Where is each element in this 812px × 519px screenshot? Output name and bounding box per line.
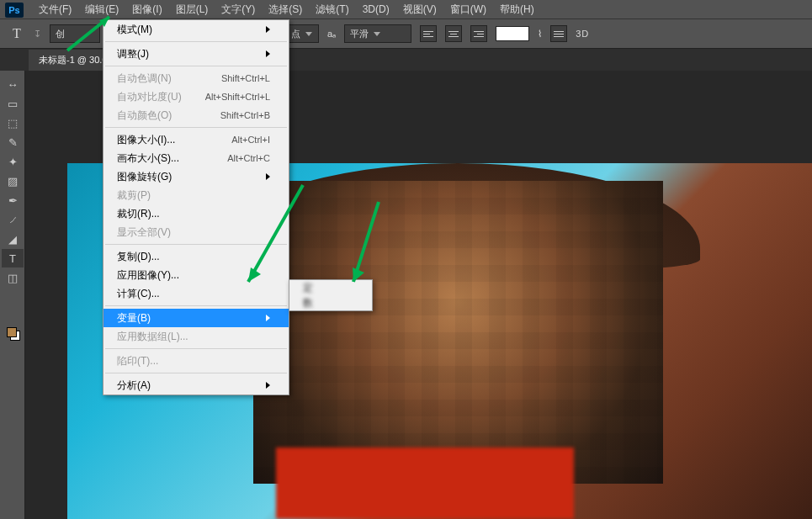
color-swatches[interactable] — [2, 322, 24, 341]
gradient-tool[interactable]: ▨ — [2, 172, 24, 190]
menu-image[interactable]: 图像(I) — [125, 0, 168, 19]
font-size-combo[interactable]: 点 — [285, 24, 319, 43]
warp-text-icon[interactable]: ⌇ — [538, 29, 542, 40]
dropdown-arrow-icon — [374, 32, 380, 36]
marquee-tool[interactable]: ▭ — [2, 94, 24, 113]
align-left-button[interactable] — [420, 25, 437, 42]
menu-select[interactable]: 选择(S) — [262, 0, 309, 19]
menu-image-size[interactable]: 图像大小(I)...Alt+Ctrl+I — [103, 130, 289, 149]
scarf-shape — [276, 448, 574, 519]
antialias-combo[interactable]: 平滑 — [344, 24, 411, 43]
image-menu-dropdown: 模式(M) 调整(J) 自动色调(N)Shift+Ctrl+L 自动对比度(U)… — [103, 19, 289, 395]
submenu-arrow-icon — [266, 382, 270, 389]
submenu-define[interactable]: 定 — [289, 280, 372, 295]
menu-layer[interactable]: 图层(L) — [169, 0, 215, 19]
menu-apply-image[interactable]: 应用图像(Y)... — [103, 266, 289, 284]
menu-image-rotation[interactable]: 图像旋转(G) — [103, 167, 289, 186]
submenu-arrow-icon — [266, 26, 270, 33]
brush-tool[interactable]: ✎ — [2, 133, 24, 151]
menu-reveal-all: 显示全部(V) — [103, 223, 289, 241]
align-right-button[interactable] — [470, 25, 487, 42]
menu-file[interactable]: 文件(F) — [32, 0, 78, 19]
lasso-tool[interactable]: ⬚ — [2, 114, 24, 132]
app-logo: Ps — [5, 3, 24, 18]
document-title: 未标题-1 @ 30.6 — [39, 54, 107, 66]
pixelated-face — [253, 181, 663, 484]
antialias-icon: aₐ — [327, 29, 336, 40]
menu-help[interactable]: 帮助(H) — [493, 0, 541, 19]
orientation-toggle-icon[interactable]: ↧ — [34, 29, 41, 40]
submenu-arrow-icon — [266, 50, 270, 57]
menu-auto-tone: 自动色调(N)Shift+Ctrl+L — [103, 69, 289, 87]
menu-type[interactable]: 文字(Y) — [215, 0, 262, 19]
menu-mode[interactable]: 模式(M) — [103, 20, 289, 39]
menu-variables[interactable]: 变量(B) — [103, 309, 289, 327]
variables-submenu: 定 数 — [289, 279, 373, 311]
align-center-button[interactable] — [445, 25, 462, 42]
menu-auto-color: 自动颜色(O)Shift+Ctrl+B — [103, 106, 289, 124]
crop-tool[interactable]: ◢ — [2, 230, 24, 248]
menu-auto-contrast: 自动对比度(U)Alt+Shift+Ctrl+L — [103, 87, 289, 106]
menu-duplicate[interactable]: 复制(D)... — [103, 247, 289, 266]
submenu-arrow-icon — [266, 315, 270, 321]
menubar: 文件(F) 编辑(E) 图像(I) 图层(L) 文字(Y) 选择(S) 滤镜(T… — [0, 0, 812, 19]
menu-3d[interactable]: 3D(D) — [356, 1, 396, 18]
menu-trap: 陷印(T)... — [103, 352, 289, 370]
create-label: 创 — [56, 28, 65, 40]
menu-adjustments[interactable]: 调整(J) — [103, 45, 289, 63]
menu-analysis[interactable]: 分析(A) — [103, 376, 289, 395]
menu-crop: 裁剪(P) — [103, 186, 289, 204]
submenu-arrow-icon — [266, 173, 270, 180]
type-tool[interactable]: T — [2, 249, 24, 267]
type-tool-icon: T — [8, 25, 25, 42]
panels-icon[interactable] — [550, 25, 567, 42]
menu-view[interactable]: 视图(V) — [396, 0, 443, 19]
menu-edit[interactable]: 编辑(E) — [78, 0, 125, 19]
threeD-button[interactable]: 3D — [576, 29, 589, 39]
submenu-datasets[interactable]: 数 — [289, 295, 372, 310]
text-color-swatch[interactable] — [496, 26, 529, 41]
menu-window[interactable]: 窗口(W) — [443, 0, 493, 19]
heal-tool[interactable]: ✦ — [2, 152, 24, 171]
antialias-value: 平滑 — [350, 28, 369, 40]
menu-filter[interactable]: 滤镜(T) — [309, 0, 355, 19]
dropdown-arrow-icon — [305, 32, 312, 36]
shape-tool[interactable]: ◫ — [2, 268, 24, 287]
font-family-combo[interactable]: 创 — [50, 24, 100, 43]
line-tool[interactable]: ⟋ — [2, 210, 24, 229]
menu-calculations[interactable]: 计算(C)... — [103, 284, 289, 303]
menu-trim[interactable]: 裁切(R)... — [103, 204, 289, 223]
menu-canvas-size[interactable]: 画布大小(S)...Alt+Ctrl+C — [103, 149, 289, 167]
move-tool[interactable]: ↔ — [2, 75, 24, 93]
anchor-label: 点 — [291, 28, 300, 40]
tools-panel: ↔ ▭ ⬚ ✎ ✦ ▨ ✒ ⟋ ◢ T ◫ — [0, 71, 25, 519]
pen-tool[interactable]: ✒ — [2, 191, 24, 209]
menu-apply-dataset: 应用数据组(L)... — [103, 327, 289, 346]
